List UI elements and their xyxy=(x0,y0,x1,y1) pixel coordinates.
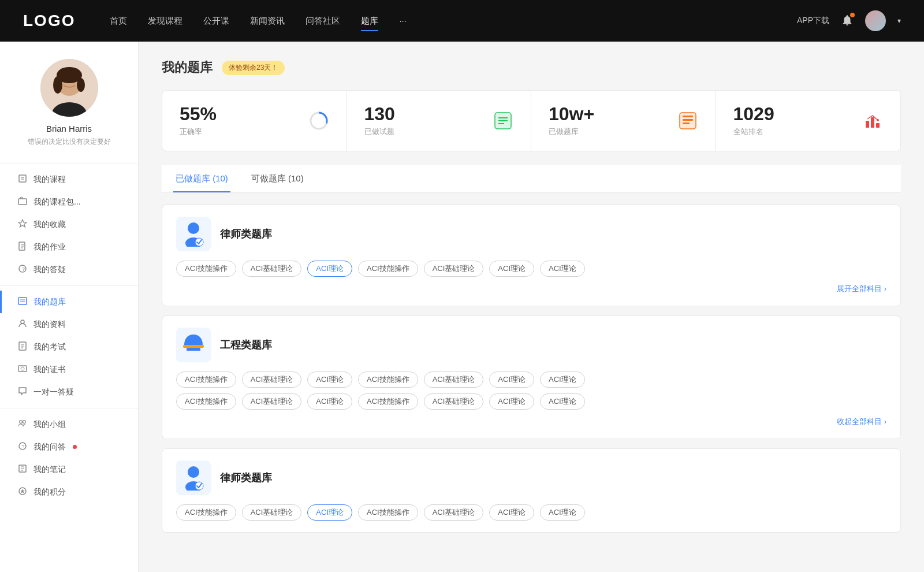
nav-news[interactable]: 新闻资讯 xyxy=(250,13,285,29)
tag[interactable]: ACI理论 xyxy=(540,261,585,277)
nav-home[interactable]: 首页 xyxy=(110,13,127,29)
tag[interactable]: ACI技能操作 xyxy=(176,372,236,388)
stat-accuracy: 55% 正确率 xyxy=(162,91,347,151)
qbank-2-tags-row2: ACI技能操作 ACI基础理论 ACI理论 ACI技能操作 ACI基础理论 AC… xyxy=(176,393,886,410)
notification-bell[interactable] xyxy=(841,14,854,28)
stat-accuracy-text: 55% 正确率 xyxy=(180,105,299,137)
nav-more[interactable]: ··· xyxy=(399,13,407,29)
sidebar-item-favorites[interactable]: 我的收藏 xyxy=(0,213,138,236)
qbank-1-icon xyxy=(176,217,211,251)
avatar-illustration xyxy=(40,59,98,117)
stat-rank-value: 1029 xyxy=(733,105,854,123)
sidebar-item-certificate[interactable]: 我的证书 xyxy=(0,358,138,381)
nav-qa[interactable]: 问答社区 xyxy=(305,13,340,29)
app-download-link[interactable]: APP下载 xyxy=(797,16,829,26)
qbank-2-tags-row1: ACI技能操作 ACI基础理论 ACI理论 ACI技能操作 ACI基础理论 AC… xyxy=(176,372,886,388)
tag[interactable]: ACI理论 xyxy=(307,372,352,388)
sidebar-item-notes[interactable]: 我的笔记 xyxy=(0,458,138,481)
navbar: LOGO 首页 发现课程 公开课 新闻资讯 问答社区 题库 ··· APP下载 … xyxy=(0,0,924,42)
svg-point-47 xyxy=(877,119,879,121)
svg-point-16 xyxy=(21,320,24,324)
tag[interactable]: ACI基础理论 xyxy=(242,504,302,521)
sidebar-user-motto: 错误的决定比没有决定要好 xyxy=(28,137,111,147)
my-qa-icon: ? xyxy=(17,441,28,452)
tag[interactable]: ACI理论 xyxy=(489,504,534,521)
nav-discover[interactable]: 发现课程 xyxy=(148,13,182,29)
tab-done[interactable]: 已做题库 (10) xyxy=(173,165,230,192)
tag-active[interactable]: ACI理论 xyxy=(307,504,352,521)
tag-active[interactable]: ACI理论 xyxy=(307,261,352,277)
done-questions-icon xyxy=(493,110,513,131)
sidebar-item-questions[interactable]: ? 我的答疑 xyxy=(0,258,138,281)
sidebar-label-notes: 我的笔记 xyxy=(33,465,66,475)
tag[interactable]: ACI技能操作 xyxy=(176,393,236,410)
tag[interactable]: ACI基础理论 xyxy=(242,261,302,277)
qbank-card-1: 律师类题库 ACI技能操作 ACI基础理论 ACI理论 ACI技能操作 ACI基… xyxy=(162,205,901,306)
sidebar-item-points[interactable]: 我的积分 xyxy=(0,481,138,503)
sidebar-item-exam[interactable]: 我的考试 xyxy=(0,336,138,358)
qbank-1-header: 律师类题库 xyxy=(176,217,886,251)
svg-text:?: ? xyxy=(22,266,25,272)
tag[interactable]: ACI基础理论 xyxy=(424,372,484,388)
svg-rect-9 xyxy=(18,199,27,205)
tag[interactable]: ACI理论 xyxy=(489,393,534,410)
sidebar-item-my-course[interactable]: 我的课程 xyxy=(0,168,138,191)
stat-banks-label: 已做题库 xyxy=(549,127,668,137)
user-avatar[interactable] xyxy=(865,10,886,31)
svg-rect-46 xyxy=(876,123,880,128)
tag[interactable]: ACI基础理论 xyxy=(424,504,484,521)
sidebar-item-qbank[interactable]: 我的题库 xyxy=(0,291,138,313)
sidebar-item-group[interactable]: 我的小组 xyxy=(0,413,138,436)
nav-menu: 首页 发现课程 公开课 新闻资讯 问答社区 题库 ··· xyxy=(110,13,797,29)
sidebar-item-homework[interactable]: 我的作业 xyxy=(0,236,138,258)
sidebar-item-one-on-one[interactable]: 一对一答疑 xyxy=(0,381,138,403)
sidebar-item-profile[interactable]: 我的资料 xyxy=(0,313,138,336)
page-title: 我的题库 xyxy=(162,59,213,76)
qbank-2-header: 工程类题库 xyxy=(176,328,886,362)
done-banks-icon xyxy=(677,110,698,131)
tab-available[interactable]: 可做题库 (10) xyxy=(249,165,306,192)
tag[interactable]: ACI技能操作 xyxy=(176,504,236,521)
tag[interactable]: ACI理论 xyxy=(489,372,534,388)
user-chevron[interactable]: ▾ xyxy=(897,17,901,25)
sidebar-label-one-on-one: 一对一答疑 xyxy=(33,387,74,398)
stat-accuracy-label: 正确率 xyxy=(180,127,299,137)
sidebar-divider-3 xyxy=(0,408,138,408)
question-icon: ? xyxy=(17,264,28,275)
qbank-2-icon xyxy=(176,328,211,362)
tag[interactable]: ACI基础理论 xyxy=(242,372,302,388)
tag[interactable]: ACI理论 xyxy=(540,393,585,410)
tag[interactable]: ACI技能操作 xyxy=(358,261,418,277)
qbank-1-expand[interactable]: 展开全部科目 › xyxy=(176,284,886,294)
tag[interactable]: ACI理论 xyxy=(540,504,585,521)
sidebar-label-profile: 我的资料 xyxy=(33,320,66,330)
tag[interactable]: ACI基础理论 xyxy=(242,393,302,410)
sidebar-item-my-qa[interactable]: ? 我的问答 xyxy=(0,436,138,458)
qbank-3-header: 律师类题库 xyxy=(176,460,886,495)
sidebar-label-course-package: 我的课程包... xyxy=(33,197,81,207)
tag[interactable]: ACI基础理论 xyxy=(424,261,484,277)
svg-point-23 xyxy=(20,421,23,424)
qbank-3-tags: ACI技能操作 ACI基础理论 ACI理论 ACI技能操作 ACI基础理论 AC… xyxy=(176,504,886,521)
tag[interactable]: ACI技能操作 xyxy=(358,372,418,388)
tag[interactable]: ACI技能操作 xyxy=(176,261,236,277)
sidebar-label-exam: 我的考试 xyxy=(33,342,66,352)
sidebar-label-my-course: 我的课程 xyxy=(33,174,66,185)
nav-qbank[interactable]: 题库 xyxy=(361,13,378,29)
tag[interactable]: ACI理论 xyxy=(540,372,585,388)
accuracy-icon xyxy=(308,110,329,131)
sidebar-label-qbank: 我的题库 xyxy=(33,297,66,307)
sidebar-item-course-package[interactable]: 我的课程包... xyxy=(0,191,138,213)
tag[interactable]: ACI技能操作 xyxy=(358,393,418,410)
tag[interactable]: ACI理论 xyxy=(489,261,534,277)
tag[interactable]: ACI理论 xyxy=(307,393,352,410)
sidebar-label-favorites: 我的收藏 xyxy=(33,220,66,230)
navbar-right: APP下载 ▾ xyxy=(797,10,901,31)
qbank-2-collapse[interactable]: 收起全部科目 › xyxy=(176,417,886,427)
exam-icon xyxy=(17,341,28,352)
nav-open-course[interactable]: 公开课 xyxy=(203,13,229,29)
sidebar-label-points: 我的积分 xyxy=(33,487,66,497)
svg-rect-6 xyxy=(19,175,26,182)
tag[interactable]: ACI技能操作 xyxy=(358,504,418,521)
tag[interactable]: ACI基础理论 xyxy=(424,393,484,410)
